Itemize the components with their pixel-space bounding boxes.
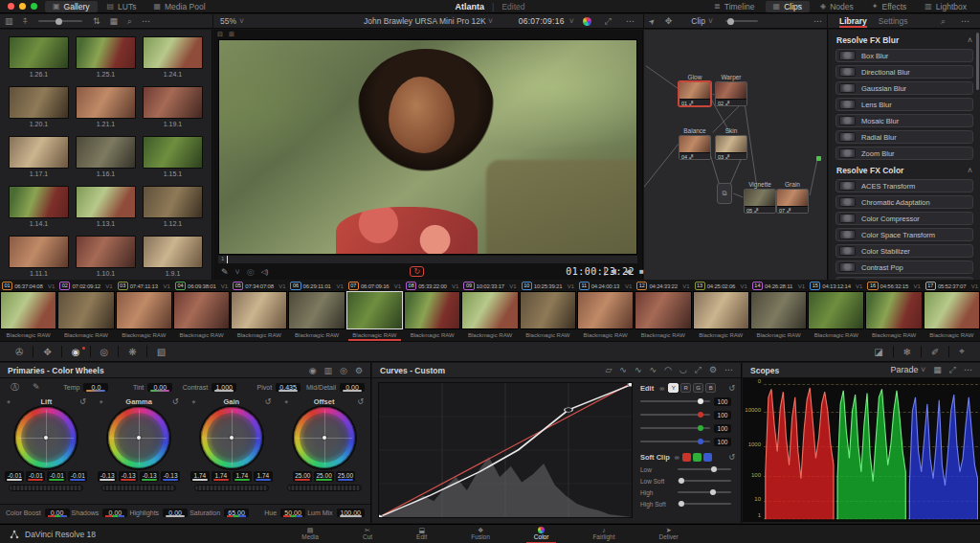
adjustment-value[interactable]: 0.0 xyxy=(83,383,108,392)
channel-button[interactable]: R xyxy=(680,383,691,393)
soft-slider[interactable] xyxy=(678,491,731,493)
master-wheel-slider[interactable] xyxy=(194,485,269,491)
curves-graph[interactable] xyxy=(378,382,633,518)
still-thumbnail[interactable] xyxy=(143,186,203,218)
channel-button[interactable]: B xyxy=(705,383,716,393)
curve-hue-sat-icon[interactable]: ∿ xyxy=(635,365,642,375)
wipe-mode-b-icon[interactable]: ⊞ xyxy=(229,31,234,38)
wheel-channel-value[interactable]: 25.00 xyxy=(314,471,333,482)
still-thumbnail[interactable] xyxy=(76,186,136,218)
panel-tab[interactable]: ▦ Clips xyxy=(766,1,810,12)
page-button[interactable]: ◉ Color xyxy=(528,525,555,543)
gallery-still[interactable]: 1.11.1 xyxy=(9,236,69,280)
still-thumbnail[interactable] xyxy=(76,86,136,119)
soft-clip-channel-chip[interactable] xyxy=(703,453,712,462)
fx-panel-tab[interactable]: Library xyxy=(839,14,867,28)
wheel-channel-value[interactable]: -0.13 xyxy=(140,471,159,482)
curves-settings-icon[interactable]: ⚙ xyxy=(709,365,717,375)
channel-gain-slider[interactable] xyxy=(640,400,710,402)
fx-item[interactable]: Mosaic Blur xyxy=(835,114,973,127)
viewer-timeline-ruler[interactable]: 1 xyxy=(218,256,637,263)
panel-tab[interactable]: ◈ Nodes xyxy=(813,1,861,12)
soft-slider[interactable] xyxy=(678,468,731,470)
minimize-window-button[interactable] xyxy=(19,3,26,10)
fx-item[interactable]: Lens Blur xyxy=(835,98,973,111)
source-timecode[interactable]: 06:07:09:16 xyxy=(519,16,565,26)
clip-thumbnail[interactable] xyxy=(520,291,576,329)
picker-wb-icon[interactable]: ✎ xyxy=(28,382,45,392)
soft-clip-reset-icon[interactable]: ↺ xyxy=(728,453,735,462)
wheel-center-handle[interactable] xyxy=(323,436,326,440)
fx-item[interactable]: Color Compressor xyxy=(835,212,973,225)
link-channels-icon[interactable]: ∞ xyxy=(659,385,664,392)
timeline-clip[interactable]: 17 05:52:37:07 V1 Blackmagic RAW xyxy=(924,281,980,341)
page-button[interactable]: ▤ Media xyxy=(296,525,324,543)
clip-thumbnail[interactable] xyxy=(750,291,807,329)
still-thumbnail[interactable] xyxy=(76,136,136,169)
still-thumbnail[interactable] xyxy=(9,36,69,69)
color-wheel[interactable] xyxy=(201,407,262,468)
auto-balance-icon[interactable]: Ⓐ xyxy=(6,381,24,394)
export-still-icon[interactable]: ⍏ xyxy=(18,16,33,27)
camera-raw-icon[interactable]: ✇ xyxy=(8,347,31,357)
color-node[interactable]: Skin 03 ▞ xyxy=(715,127,747,160)
timeline-clip[interactable]: 05 07:34:07:08 V1 Blackmagic RAW xyxy=(231,281,287,341)
curve-hue-lum-icon[interactable]: ∿ xyxy=(649,365,657,375)
clip-thumbnail[interactable] xyxy=(461,291,518,329)
gallery-still[interactable]: 1.9.1 xyxy=(143,236,203,280)
clip-thumbnail[interactable] xyxy=(57,291,114,329)
color-wheel[interactable] xyxy=(108,407,169,468)
motion-effects-icon[interactable]: ▧ xyxy=(149,347,173,357)
fx-panel-tab[interactable]: Settings xyxy=(879,14,908,28)
soft-slider[interactable] xyxy=(678,480,731,482)
clip-thumbnail[interactable] xyxy=(231,291,287,329)
wheel-channel-value[interactable]: 25.00 xyxy=(336,471,355,482)
gallery-still[interactable]: 1.15.1 xyxy=(143,136,203,184)
node-more-icon[interactable]: ⋯ xyxy=(809,16,827,26)
clip-thumbnail[interactable] xyxy=(865,291,922,329)
master-wheel-slider[interactable] xyxy=(9,485,83,491)
fx-item[interactable]: DCTL xyxy=(835,277,973,280)
wheel-channel-value[interactable]: -0.01 xyxy=(26,471,45,482)
scope-layout-icon[interactable]: ▦ xyxy=(933,365,942,375)
wheel-channel-value[interactable]: 1.74 xyxy=(212,471,231,482)
fx-more-icon[interactable]: ⋯ xyxy=(956,16,974,27)
scope-more-icon[interactable]: ⋯ xyxy=(964,365,972,375)
gallery-still[interactable]: 1.24.1 xyxy=(143,36,203,84)
gallery-still[interactable]: 1.20.1 xyxy=(9,86,69,134)
loop-button[interactable]: ↻ xyxy=(410,266,424,277)
edit-reset-icon[interactable]: ↺ xyxy=(728,384,735,393)
wheel-target-icon[interactable]: ⌖ xyxy=(284,398,288,406)
node-zoom-slider[interactable] xyxy=(725,20,758,22)
collapse-icon[interactable]: ˄ xyxy=(968,35,972,45)
chevron-down-icon[interactable]: ˅ xyxy=(569,16,574,26)
master-wheel-slider[interactable] xyxy=(101,485,176,491)
video-canvas[interactable] xyxy=(218,39,637,255)
page-button[interactable]: ⬓ Edit xyxy=(411,525,433,543)
gallery-still[interactable]: 1.19.1 xyxy=(143,86,203,134)
clip-thumbnail[interactable] xyxy=(116,291,172,329)
channel-gain-value[interactable]: 100 xyxy=(714,397,731,406)
wheel-channel-value[interactable]: -0.01 xyxy=(68,471,87,482)
picker-icon[interactable]: ✐ xyxy=(924,347,947,357)
crosshair-icon[interactable]: ⌖ xyxy=(951,346,972,357)
timeline-clip[interactable]: 01 06:37:04:08 V1 Blackmagic RAW xyxy=(0,281,56,341)
color-wheels-icon[interactable]: ◉ xyxy=(64,347,88,357)
clip-thumbnail[interactable] xyxy=(808,291,864,329)
timeline-clip[interactable]: 15 04:13:12:14 V1 Blackmagic RAW xyxy=(808,281,864,341)
gallery-still[interactable]: 1.26.1 xyxy=(9,36,69,84)
color-node[interactable]: Grain 07 ▞ xyxy=(776,181,809,214)
page-button[interactable]: ❖ Fusion xyxy=(465,525,496,543)
pan-tool-icon[interactable]: ✥ xyxy=(660,16,678,26)
gallery-still[interactable]: 1.14.1 xyxy=(9,186,69,234)
color-node[interactable]: Glow 01 ▞ xyxy=(679,74,711,106)
node-tree-output-dot[interactable] xyxy=(816,156,821,161)
fx-item[interactable]: Gaussian Blur xyxy=(835,81,973,95)
wheel-channel-value[interactable]: -0.01 xyxy=(47,471,66,482)
timeline-clip[interactable]: 14 04:26:28:11 V1 Blackmagic RAW xyxy=(750,281,807,341)
pointer-tool-icon[interactable]: ➤ xyxy=(643,12,660,30)
wheels-mode-icon[interactable]: ◉ xyxy=(309,366,317,375)
timeline-clip[interactable]: 08 05:33:22:00 V1 Blackmagic RAW xyxy=(404,281,460,341)
timeline-clip[interactable]: 09 10:02:33:17 V1 Blackmagic RAW xyxy=(461,281,518,341)
wheel-reset-icon[interactable]: ↺ xyxy=(79,397,86,406)
